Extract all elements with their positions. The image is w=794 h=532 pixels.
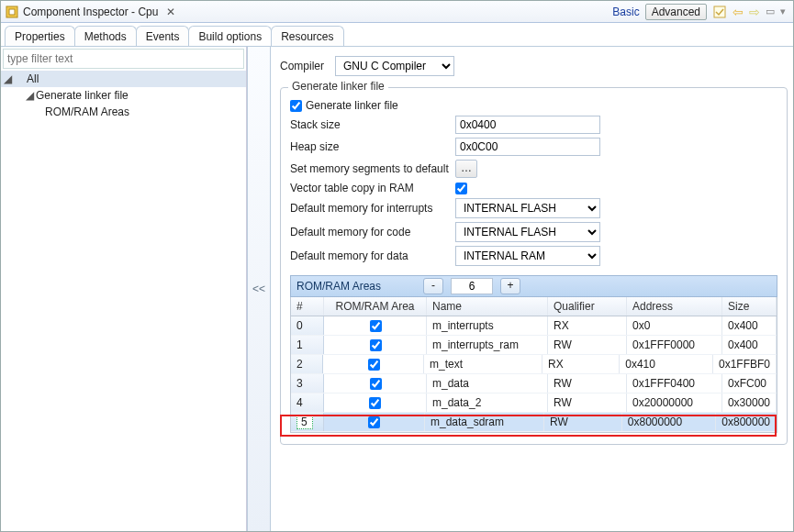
table-row[interactable]: 5m_data_sdramRW0x80000000x800000 xyxy=(291,413,777,432)
area-enabled-checkbox[interactable] xyxy=(369,397,381,409)
cell-qualifier: RX xyxy=(548,316,627,335)
cell-address: 0x0 xyxy=(627,316,722,335)
compiler-label: Compiler xyxy=(280,60,335,72)
table-header: # ROM/RAM Area Name Qualifier Address Si… xyxy=(291,297,777,316)
cell-name: m_data xyxy=(427,374,548,393)
left-pane: ◢ All ◢ Generate linker file ROM/RAM Are… xyxy=(1,47,247,531)
minimize-icon[interactable]: ▭ xyxy=(766,6,775,17)
right-pane: Compiler GNU C Compiler Generate linker … xyxy=(271,47,793,531)
col-header-area[interactable]: ROM/RAM Area xyxy=(324,297,427,316)
cell-qualifier: RX xyxy=(542,355,620,373)
area-enabled-checkbox[interactable] xyxy=(370,339,382,351)
menu-icon[interactable]: ▾ xyxy=(780,6,786,17)
cell-area-check xyxy=(324,374,427,393)
cell-address: 0x8000000 xyxy=(622,413,716,431)
cell-address: 0x1FFF0400 xyxy=(627,374,722,393)
cell-area-check xyxy=(324,413,425,431)
cell-address: 0x410 xyxy=(620,355,713,373)
tab-build-options[interactable]: Build options xyxy=(188,26,272,46)
cell-address: 0x20000000 xyxy=(627,393,722,412)
default-mem-data-select[interactable]: INTERNAL RAM xyxy=(455,246,600,266)
cell-size: 0x30000 xyxy=(722,393,777,412)
cell-name: m_interrupts_ram xyxy=(427,336,548,354)
expand-icon[interactable]: ◢ xyxy=(23,89,36,102)
col-header-index[interactable]: # xyxy=(291,297,324,316)
tree: ◢ All ◢ Generate linker file ROM/RAM Are… xyxy=(1,71,246,531)
body: ◢ All ◢ Generate linker file ROM/RAM Are… xyxy=(1,47,793,531)
stack-size-input[interactable] xyxy=(455,116,600,134)
table-row[interactable]: 4m_data_2RW0x200000000x30000 xyxy=(291,393,777,413)
tabs: Properties Methods Events Build options … xyxy=(1,23,793,47)
cell-size: 0x1FFBF0 xyxy=(713,355,777,373)
tab-resources[interactable]: Resources xyxy=(271,26,343,46)
remove-area-button[interactable]: - xyxy=(423,278,443,294)
cell-area-check xyxy=(324,336,427,354)
mode-advanced-button[interactable]: Advanced xyxy=(645,4,707,20)
cell-size: 0x400 xyxy=(722,316,777,335)
col-header-size[interactable]: Size xyxy=(722,297,777,316)
area-enabled-checkbox[interactable] xyxy=(370,320,382,332)
vector-table-copy-label: Vector table copy in RAM xyxy=(290,182,455,194)
area-count-input[interactable] xyxy=(451,278,493,294)
set-memory-default-button[interactable]: … xyxy=(455,160,477,178)
cell-size: 0xFC00 xyxy=(722,374,777,393)
tree-label: ROM/RAM Areas xyxy=(45,105,129,118)
tree-item-rom-ram-areas[interactable]: ROM/RAM Areas xyxy=(1,104,246,120)
generate-linker-file-group: Generate linker file Generate linker fil… xyxy=(280,87,788,445)
tree-label: Generate linker file xyxy=(36,89,129,102)
table-row[interactable]: 1m_interrupts_ramRW0x1FFF00000x400 xyxy=(291,336,777,355)
vector-table-copy-checkbox[interactable] xyxy=(455,183,467,194)
area-enabled-checkbox[interactable] xyxy=(368,416,380,428)
default-mem-interrupts-select[interactable]: INTERNAL FLASH xyxy=(455,198,600,218)
col-header-address[interactable]: Address xyxy=(627,297,722,316)
compiler-select[interactable]: GNU C Compiler xyxy=(335,56,454,76)
default-mem-data-label: Default memory for data xyxy=(290,249,455,262)
stack-size-label: Stack size xyxy=(290,118,455,131)
toggle-icon[interactable] xyxy=(712,5,727,19)
cell-area-check xyxy=(324,316,427,335)
cell-name: m_data_sdram xyxy=(425,413,544,431)
heap-size-label: Heap size xyxy=(290,140,455,153)
expand-icon[interactable]: ◢ xyxy=(1,72,14,85)
mode-basic-link[interactable]: Basic xyxy=(612,6,639,18)
cell-index: 5 xyxy=(291,413,324,431)
table-row[interactable]: 2m_textRX0x4100x1FFBF0 xyxy=(291,355,777,374)
add-area-button[interactable]: + xyxy=(500,278,520,294)
tab-methods[interactable]: Methods xyxy=(74,26,137,46)
splitter-collapse-button[interactable]: << xyxy=(247,47,271,531)
tab-properties[interactable]: Properties xyxy=(5,26,75,46)
tree-item-all[interactable]: ◢ All xyxy=(1,71,246,87)
view-title: Component Inspector - Cpu xyxy=(23,6,163,18)
cell-qualifier: RW xyxy=(548,374,627,393)
nav-back-icon[interactable]: ⇦ xyxy=(732,6,744,18)
nav-forward-icon[interactable]: ⇨ xyxy=(749,6,760,18)
area-enabled-checkbox[interactable] xyxy=(370,378,382,390)
heap-size-input[interactable] xyxy=(455,138,600,156)
component-inspector-window: Component Inspector - Cpu ✕ Basic Advanc… xyxy=(0,0,794,532)
rom-ram-areas-table: # ROM/RAM Area Name Qualifier Address Si… xyxy=(290,297,777,433)
area-enabled-checkbox[interactable] xyxy=(368,359,380,371)
col-header-qualifier[interactable]: Qualifier xyxy=(548,297,627,316)
rom-ram-areas-title: ROM/RAM Areas xyxy=(296,280,381,293)
view-close-button[interactable]: ✕ xyxy=(163,6,178,18)
svg-rect-2 xyxy=(714,6,725,17)
row-index-edit[interactable]: 5 xyxy=(296,415,313,429)
titlebar-tools: Basic Advanced ⇦ ⇨ ▭ ▾ xyxy=(612,4,789,20)
cell-address: 0x1FFF0000 xyxy=(627,336,722,354)
splitter-label: << xyxy=(252,283,265,295)
cell-qualifier: RW xyxy=(548,336,627,354)
cell-qualifier: RW xyxy=(544,413,622,431)
filter-input[interactable] xyxy=(3,49,244,69)
generate-linker-file-label: Generate linker file xyxy=(306,99,398,112)
default-mem-interrupts-label: Default memory for interrupts xyxy=(290,202,455,215)
table-row[interactable]: 0m_interruptsRX0x00x400 xyxy=(291,316,777,336)
table-row[interactable]: 3m_dataRW0x1FFF04000xFC00 xyxy=(291,374,777,393)
col-header-name[interactable]: Name xyxy=(427,297,548,316)
cell-name: m_text xyxy=(424,355,542,373)
default-mem-code-select[interactable]: INTERNAL FLASH xyxy=(455,222,600,242)
tab-events[interactable]: Events xyxy=(136,26,190,46)
cell-index: 3 xyxy=(291,374,324,393)
generate-linker-file-checkbox[interactable] xyxy=(290,100,302,112)
tree-item-generate-linker-file[interactable]: ◢ Generate linker file xyxy=(1,87,246,104)
svg-rect-1 xyxy=(9,9,15,15)
